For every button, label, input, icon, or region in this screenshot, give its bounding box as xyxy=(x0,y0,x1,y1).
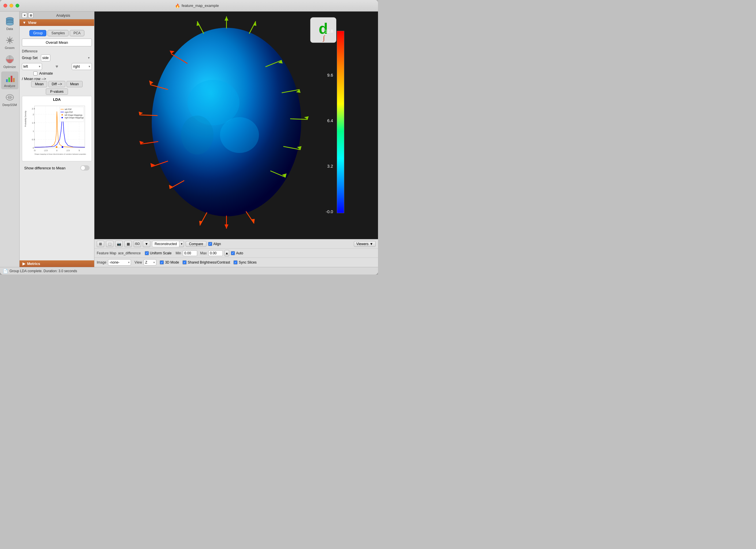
sidebar-item-deepssm[interactable]: DeepSSM xyxy=(1,90,18,108)
group-set-select-wrapper: side xyxy=(41,54,92,61)
mode-3d-label: 3D Mode xyxy=(165,260,179,264)
viewport-canvas[interactable]: d ∫ 12.8 9.6 6.4 3.2 -0.0 xyxy=(94,12,378,239)
reconstructed-dropdown-arrow[interactable]: ▼ xyxy=(179,241,184,247)
svg-marker-61 xyxy=(170,50,174,54)
view-select[interactable]: Z xyxy=(144,259,156,265)
toolbar-icon-iso[interactable]: ISO xyxy=(134,241,141,247)
sidebar-analyze-label: Analyze xyxy=(4,84,15,88)
metrics-section-label: Metrics xyxy=(27,261,40,266)
toolbar-row-3: Image -none- View Z ✓ 3D Mode xyxy=(94,258,378,267)
maximize-button[interactable] xyxy=(16,4,19,7)
svg-text:Probability Density: Probability Density xyxy=(24,111,27,127)
shared-brightness-checkbox[interactable]: ✓ xyxy=(183,260,187,264)
sidebar-item-optimize[interactable]: Optimize xyxy=(1,52,18,70)
minimize-button[interactable] xyxy=(10,4,13,7)
tab-samples[interactable]: Samples xyxy=(48,30,69,36)
left-select[interactable]: left xyxy=(22,63,42,70)
scale-label-max: 12.8 xyxy=(325,29,333,33)
mean-left-button[interactable]: Mean xyxy=(31,81,47,87)
mode-3d-checkbox[interactable]: ✓ xyxy=(160,260,164,264)
show-diff-toggle[interactable] xyxy=(80,165,90,170)
scale-label-v2: 6.4 xyxy=(327,118,333,123)
auto-label: Auto xyxy=(236,251,243,255)
sync-slices-checkbox[interactable]: ✓ xyxy=(233,260,238,264)
difference-section: Difference Group Set side xyxy=(22,49,92,162)
pvalues-button[interactable]: P-values xyxy=(46,88,68,95)
align-check: ✓ Align xyxy=(208,242,221,246)
mean-right-button[interactable]: Mean xyxy=(67,81,83,87)
sidebar-item-groom[interactable]: Groom xyxy=(1,33,18,51)
group-set-select[interactable]: side xyxy=(41,54,50,61)
shared-brightness-check: ✓ Shared Brightness/Contrast xyxy=(183,260,230,264)
auto-checkbox[interactable]: ✓ xyxy=(231,251,235,255)
toolbar-row-2: Feature Map ace_difference ✓ Uniform Sca… xyxy=(94,248,378,258)
svg-marker-63 xyxy=(149,80,153,85)
sidebar-deepssm-label: DeepSSM xyxy=(2,103,17,107)
lda-chart-container: LDA xyxy=(22,96,92,161)
toolbar-icon-arrow-down[interactable]: ▼ xyxy=(143,241,150,247)
animate-checkbox[interactable] xyxy=(33,71,37,75)
image-select-wrapper: -none- xyxy=(108,259,131,265)
show-diff-label: Show difference to Mean xyxy=(24,166,66,170)
group-set-label: Group Set xyxy=(22,56,39,60)
min-input[interactable] xyxy=(183,250,197,256)
toolbar-icon-camera[interactable]: 📷 xyxy=(115,241,123,247)
viewers-button[interactable]: Viewers ▼ xyxy=(354,241,376,247)
overall-mean-button[interactable]: Overall Mean xyxy=(22,39,92,46)
svg-text:5: 5 xyxy=(79,149,80,152)
sync-slices-label: Sync Slices xyxy=(239,260,257,264)
analyze-icon xyxy=(5,73,15,83)
toolbar-icon-grid[interactable]: ⊞ xyxy=(97,241,104,247)
align-label: Align xyxy=(213,242,221,246)
right-select[interactable]: right xyxy=(72,63,92,70)
feature-map-label: Feature Map xyxy=(97,251,116,255)
uniform-scale-checkbox[interactable]: ✓ xyxy=(145,251,149,255)
metrics-section-header[interactable]: ▶ Metrics xyxy=(20,260,94,267)
panel-body: Group Samples PCA Overall Mean Differenc… xyxy=(20,26,94,260)
viewport: d ∫ 12.8 9.6 6.4 3.2 -0.0 xyxy=(94,12,378,267)
panel-float-icon[interactable]: ⊞ xyxy=(28,13,33,18)
min-label: Min xyxy=(176,251,181,255)
diff-arrow-button[interactable]: Diff --> xyxy=(48,81,65,87)
auto-check: ✓ Auto xyxy=(231,251,243,255)
svg-text:2.5: 2.5 xyxy=(32,107,35,110)
toolbar-icon-layers[interactable]: ▦ xyxy=(124,241,132,247)
svg-marker-83 xyxy=(197,21,200,26)
svg-marker-89 xyxy=(199,221,202,225)
max-stepper[interactable]: ▲ xyxy=(225,250,229,256)
uniform-scale-label: Uniform Scale xyxy=(150,251,172,255)
show-diff-row: Show difference to Mean xyxy=(22,164,92,172)
lr-row: left ♥ right xyxy=(22,63,92,70)
sidebar-item-analyze[interactable]: Analyze xyxy=(1,71,18,89)
view-select-wrapper: Z xyxy=(144,259,156,265)
svg-text:Shape mapping to linear discri: Shape mapping to linear discrimination o… xyxy=(35,153,86,155)
image-select[interactable]: -none- xyxy=(108,259,131,265)
compare-button[interactable]: Compare xyxy=(186,241,206,247)
view-triangle-icon: ▼ xyxy=(22,20,26,25)
view-section-header: ▼ View xyxy=(20,19,94,26)
tab-pca[interactable]: PCA xyxy=(70,30,84,36)
deepssm-icon xyxy=(5,92,15,102)
svg-marker-85 xyxy=(225,16,229,21)
lda-chart-svg: 0 0.5 1 1.5 2 2.5 -5 -2.5 0 2.5 5 xyxy=(23,102,90,160)
status-icon: 📄 xyxy=(3,269,8,273)
svg-text:-2.5: -2.5 xyxy=(44,149,48,152)
svg-text:1: 1 xyxy=(33,130,34,132)
max-input[interactable] xyxy=(208,250,223,256)
reconstructed-label: Reconstructed xyxy=(152,241,179,247)
tab-group[interactable]: Group xyxy=(29,30,46,36)
svg-point-10 xyxy=(9,40,10,41)
sidebar-item-data[interactable]: Data xyxy=(1,14,18,32)
panel-close-icon[interactable]: ✕ xyxy=(22,13,27,18)
animate-row: Animate xyxy=(22,71,92,75)
svg-point-31 xyxy=(56,146,58,148)
close-button[interactable] xyxy=(3,4,7,7)
max-label: Max xyxy=(200,251,207,255)
svg-text:0.5: 0.5 xyxy=(32,138,35,141)
window-title: 🔥 feature_map_example xyxy=(19,3,375,8)
lda-chart-title: LDA xyxy=(53,97,61,102)
align-checkbox[interactable]: ✓ xyxy=(208,242,212,246)
toolbar-icon-select[interactable]: ⬚ xyxy=(106,241,113,247)
svg-marker-65 xyxy=(139,112,143,115)
svg-text:2: 2 xyxy=(33,113,34,116)
